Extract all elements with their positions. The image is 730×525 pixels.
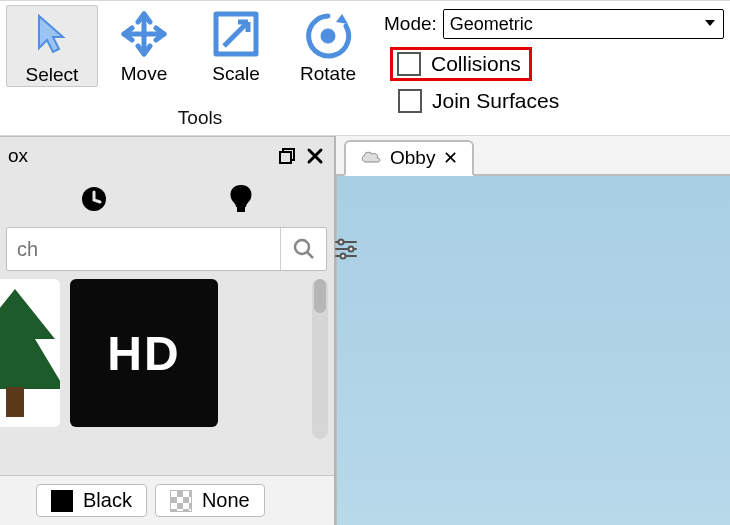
asset-tree[interactable] — [0, 279, 60, 427]
join-surfaces-option[interactable]: Join Surfaces — [398, 89, 559, 113]
rotate-tool[interactable]: Rotate — [282, 5, 374, 85]
chip-black-label: Black — [83, 489, 132, 512]
move-icon — [118, 7, 170, 61]
asset-hd[interactable]: HD — [70, 279, 218, 427]
svg-point-9 — [341, 254, 346, 259]
tab-obby-label: Obby — [390, 147, 435, 169]
close-icon[interactable] — [304, 145, 326, 167]
category-icons — [0, 175, 334, 227]
move-tool[interactable]: Move — [98, 5, 190, 85]
tab-close-icon[interactable]: ✕ — [443, 147, 458, 169]
svg-rect-3 — [280, 152, 291, 163]
cloud-icon — [360, 147, 382, 169]
swatch-black — [51, 490, 73, 512]
search-input[interactable] — [7, 228, 280, 270]
mode-label: Mode: — [384, 13, 437, 35]
svg-point-7 — [339, 240, 344, 245]
tools-group-label: Tools — [0, 107, 400, 129]
select-label: Select — [26, 64, 79, 86]
lightbulb-icon[interactable] — [227, 183, 255, 219]
join-surfaces-label: Join Surfaces — [432, 89, 559, 113]
lower-split: ox — [0, 136, 730, 525]
mode-area: Mode: Geometric Collisions Join Surfaces — [374, 5, 724, 118]
color-chip-none[interactable]: None — [155, 484, 265, 517]
cursor-icon — [29, 8, 75, 62]
rotate-icon — [302, 7, 354, 61]
restore-icon[interactable] — [276, 145, 298, 167]
viewport-3d[interactable] — [336, 176, 730, 525]
scale-icon — [210, 7, 262, 61]
scale-tool[interactable]: Scale — [190, 5, 282, 85]
svg-point-1 — [323, 31, 333, 41]
search-box — [6, 227, 327, 271]
mode-dropdown[interactable]: Geometric — [443, 9, 724, 39]
rotate-label: Rotate — [300, 63, 356, 85]
select-tool[interactable]: Select — [6, 5, 98, 87]
chip-none-label: None — [202, 489, 250, 512]
svg-point-6 — [295, 240, 309, 254]
collisions-checkbox[interactable] — [397, 52, 421, 76]
swatch-none — [170, 490, 192, 512]
hd-label: HD — [107, 326, 180, 381]
toolbox-panel: ox — [0, 136, 336, 525]
clock-icon[interactable] — [79, 184, 109, 218]
join-surfaces-checkbox[interactable] — [398, 89, 422, 113]
asset-grid: HD — [0, 279, 328, 475]
tab-obby[interactable]: Obby ✕ — [344, 140, 474, 176]
tab-strip: Obby ✕ — [336, 136, 730, 176]
panel-header: ox — [0, 137, 334, 175]
svg-rect-5 — [237, 207, 245, 212]
tool-group: Select Move Sc — [6, 5, 374, 87]
chevron-down-icon — [703, 14, 717, 35]
ribbon-toolbar: Select Move Sc — [0, 0, 730, 136]
mode-value: Geometric — [450, 14, 533, 35]
color-chip-black[interactable]: Black — [36, 484, 147, 517]
color-chip-row: Black None — [0, 475, 334, 525]
collisions-label: Collisions — [431, 52, 521, 76]
search-icon[interactable] — [280, 228, 326, 270]
workspace: Obby ✕ — [336, 136, 730, 525]
scrollbar[interactable] — [312, 279, 328, 439]
sliders-icon[interactable] — [333, 227, 359, 271]
collisions-highlight: Collisions — [390, 47, 532, 81]
panel-title: ox — [8, 145, 28, 167]
move-label: Move — [121, 63, 167, 85]
scale-label: Scale — [212, 63, 260, 85]
svg-point-8 — [349, 247, 354, 252]
svg-rect-12 — [6, 387, 24, 417]
search-row — [0, 227, 334, 271]
